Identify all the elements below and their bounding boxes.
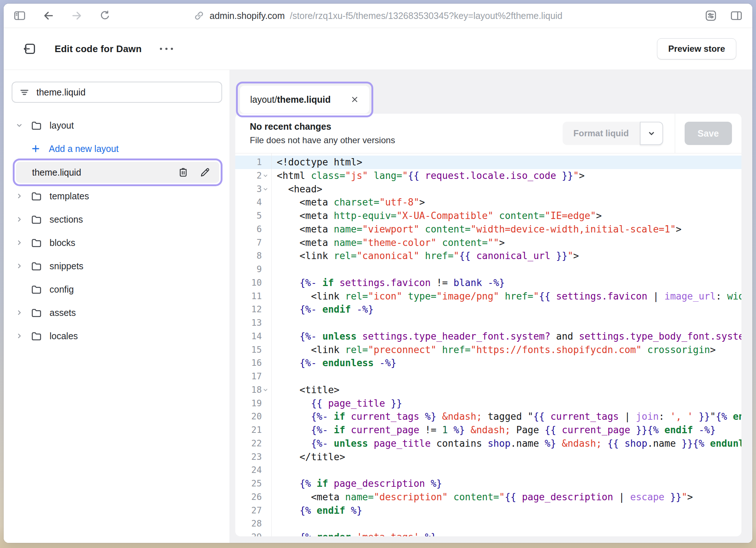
version-status-subtitle: File does not have any other versions bbox=[250, 135, 563, 145]
sidebar-folder-layout[interactable]: layout bbox=[12, 114, 222, 137]
line-number-9: 9 bbox=[235, 263, 271, 276]
folder-icon bbox=[31, 190, 42, 202]
code-line-19[interactable]: {{ page_title }} bbox=[272, 397, 741, 410]
code-line-1[interactable]: <!doctype html> bbox=[272, 156, 741, 169]
line-number-14: 14 bbox=[235, 330, 271, 343]
back-button[interactable] bbox=[42, 9, 55, 22]
line-number-11: 11 bbox=[235, 290, 271, 303]
code-line-10[interactable]: {%- if settings.favicon != blank -%} bbox=[272, 276, 741, 290]
code-lines[interactable]: <!doctype html><html class="js" lang="{{… bbox=[272, 153, 741, 536]
sidebar-folder-blocks[interactable]: blocks bbox=[12, 231, 222, 254]
browser-settings-icon[interactable] bbox=[704, 9, 717, 22]
line-number-12: 12 bbox=[235, 303, 271, 316]
line-number-20: 20 bbox=[235, 410, 271, 423]
code-line-15[interactable]: <link rel="preconnect" href="https://fon… bbox=[272, 343, 741, 357]
fold-toggle-icon[interactable] bbox=[262, 387, 269, 392]
file-search-input[interactable]: theme.liquid bbox=[12, 82, 222, 103]
close-tab-icon[interactable] bbox=[350, 95, 359, 104]
address-bar[interactable]: admin.shopify.com/store/rzq1xu-f5/themes… bbox=[194, 4, 563, 28]
chevron-right-icon[interactable] bbox=[15, 192, 31, 200]
file-tree: layoutAdd a new layouttheme.liquidtempla… bbox=[12, 114, 222, 348]
code-line-21[interactable]: {%- if current_page != 1 %} &ndash; Page… bbox=[272, 423, 741, 437]
sidebar-folder-config[interactable]: config bbox=[12, 278, 222, 301]
rename-file-icon[interactable] bbox=[200, 167, 210, 178]
folder-icon bbox=[31, 214, 42, 225]
fold-toggle-icon[interactable] bbox=[262, 173, 269, 178]
line-number-4: 4 bbox=[235, 196, 271, 209]
line-number-28: 28 bbox=[235, 517, 271, 531]
sidebar-folder-snippets[interactable]: snippets bbox=[12, 254, 222, 278]
tab-theme-liquid[interactable]: layout/theme.liquid bbox=[240, 86, 369, 113]
line-number-22: 22 bbox=[235, 437, 271, 450]
folder-icon bbox=[31, 260, 42, 272]
line-number-21: 21 bbox=[235, 423, 271, 437]
editor-region: layout/theme.liquid No recent changes Fi… bbox=[229, 70, 752, 543]
code-line-5[interactable]: <meta http-equiv="X-UA-Compatible" conte… bbox=[272, 209, 741, 223]
code-line-27[interactable]: {% endif %} bbox=[272, 504, 741, 517]
line-number-26: 26 bbox=[235, 490, 271, 504]
code-line-9[interactable] bbox=[272, 263, 741, 276]
browser-toolbar: admin.shopify.com/store/rzq1xu-f5/themes… bbox=[4, 4, 752, 28]
line-number-1: 1 bbox=[235, 156, 271, 169]
split-view-icon[interactable] bbox=[730, 9, 743, 22]
code-line-22[interactable]: {%- unless page_title contains shop.name… bbox=[272, 437, 741, 450]
save-button[interactable]: Save bbox=[685, 122, 732, 145]
code-line-28[interactable] bbox=[272, 517, 741, 531]
sidebar-folder-locales[interactable]: locales bbox=[12, 324, 222, 348]
code-line-17[interactable] bbox=[272, 370, 741, 383]
code-line-18[interactable]: <title> bbox=[272, 383, 741, 397]
app-header: Edit code for Dawn Preview store bbox=[4, 28, 752, 70]
sidebar-folder-sections[interactable]: sections bbox=[12, 208, 222, 231]
sidebar-folder-assets[interactable]: assets bbox=[12, 301, 222, 324]
fold-toggle-icon[interactable] bbox=[262, 187, 269, 192]
chevron-right-icon[interactable] bbox=[15, 309, 31, 317]
code-line-2[interactable]: <html class="js" lang="{{ request.locale… bbox=[272, 169, 741, 183]
code-line-4[interactable]: <meta charset="utf-8"> bbox=[272, 196, 741, 209]
exit-editor-icon[interactable] bbox=[23, 42, 37, 56]
reload-button[interactable] bbox=[99, 10, 111, 21]
line-number-17: 17 bbox=[235, 370, 271, 383]
line-number-23: 23 bbox=[235, 450, 271, 464]
code-line-8[interactable]: <link rel="canonical" href="{{ canonical… bbox=[272, 249, 741, 263]
chevron-right-icon[interactable] bbox=[15, 239, 31, 247]
sidebar-item-theme-liquid[interactable]: theme.liquid bbox=[16, 162, 219, 183]
code-line-13[interactable] bbox=[272, 316, 741, 330]
more-actions-button[interactable] bbox=[160, 48, 173, 50]
link-icon bbox=[194, 10, 205, 21]
chevron-down-icon[interactable] bbox=[15, 121, 31, 129]
format-liquid-button[interactable]: Format liquid bbox=[563, 122, 640, 145]
code-line-6[interactable]: <meta name="viewport" content="width=dev… bbox=[272, 223, 741, 236]
folder-icon bbox=[31, 120, 42, 131]
code-line-11[interactable]: <link rel="icon" type="image/png" href="… bbox=[272, 290, 741, 303]
code-line-12[interactable]: {%- endif -%} bbox=[272, 303, 741, 316]
code-line-7[interactable]: <meta name="theme-color" content=""> bbox=[272, 236, 741, 250]
tab-bar: layout/theme.liquid bbox=[235, 70, 741, 117]
code-line-16[interactable]: {%- endunless -%} bbox=[272, 356, 741, 370]
code-line-24[interactable] bbox=[272, 463, 741, 477]
add-new-layout-link[interactable]: Add a new layout bbox=[12, 137, 222, 160]
sidebar-toggle-icon[interactable] bbox=[13, 9, 26, 22]
code-area[interactable]: 1234567891011121314151617181920212223242… bbox=[235, 153, 741, 536]
line-number-5: 5 bbox=[235, 209, 271, 223]
code-line-14[interactable]: {%- unless settings.type_header_font.sys… bbox=[272, 330, 741, 343]
code-line-20[interactable]: {%- if current_tags %} &ndash; tagged "{… bbox=[272, 410, 741, 423]
forward-button bbox=[71, 9, 83, 22]
format-options-dropdown[interactable] bbox=[640, 122, 663, 145]
code-line-29[interactable]: {% render 'meta-tags' %} bbox=[272, 531, 741, 536]
code-line-25[interactable]: {% if page_description %} bbox=[272, 477, 741, 490]
code-line-26[interactable]: <meta name="description" content="{{ pag… bbox=[272, 490, 741, 504]
line-number-7: 7 bbox=[235, 236, 271, 250]
sidebar-folder-templates[interactable]: templates bbox=[12, 184, 222, 208]
delete-file-icon[interactable] bbox=[178, 167, 189, 178]
chevron-right-icon[interactable] bbox=[15, 332, 31, 340]
editor-header: No recent changes File does not have any… bbox=[235, 114, 741, 153]
chevron-right-icon[interactable] bbox=[15, 215, 31, 223]
line-number-8: 8 bbox=[235, 249, 271, 263]
code-line-23[interactable]: </title> bbox=[272, 450, 741, 464]
preview-store-button[interactable]: Preview store bbox=[657, 38, 736, 59]
line-number-3: 3 bbox=[235, 183, 271, 196]
chevron-right-icon[interactable] bbox=[15, 262, 31, 270]
plus-icon bbox=[31, 144, 41, 154]
code-line-3[interactable]: <head> bbox=[272, 183, 741, 196]
line-number-6: 6 bbox=[235, 223, 271, 236]
